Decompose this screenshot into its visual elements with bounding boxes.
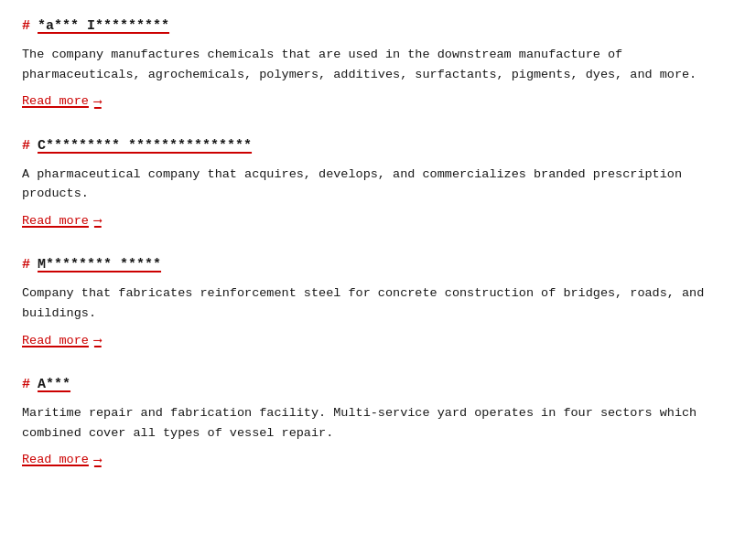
entry-1-read-more-label: Read more [22, 94, 89, 108]
entry-3: #M******** *****Company that fabricates … [22, 257, 734, 347]
entry-1-description: The company manufactures chemicals that … [22, 45, 734, 84]
entries-list: #*a*** I*********The company manufacture… [22, 18, 734, 467]
entry-4-hash: # [22, 377, 30, 392]
entry-2-description: A pharmaceutical company that acquires, … [22, 165, 734, 204]
entry-3-title: M******** ***** [38, 257, 161, 272]
entry-1-arrow-icon: ⟶ [94, 94, 102, 109]
entry-1: #*a*** I*********The company manufacture… [22, 18, 734, 109]
entry-1-heading: #*a*** I********* [22, 18, 734, 34]
entry-3-read-more-button[interactable]: Read more⟶ [22, 333, 102, 347]
entry-1-title: *a*** I********* [38, 18, 169, 34]
entry-2-hash: # [22, 138, 30, 154]
entry-4-read-more-button[interactable]: Read more⟶ [22, 453, 102, 467]
entry-4-title: A*** [38, 377, 70, 392]
entry-2-read-more-label: Read more [22, 214, 89, 228]
entry-2-heading: #C********* *************** [22, 138, 734, 154]
entry-4: #A***Maritime repair and fabrication fac… [22, 377, 734, 467]
entry-4-description: Maritime repair and fabrication facility… [22, 403, 734, 443]
entry-4-heading: #A*** [22, 377, 734, 392]
entry-2-title: C********* *************** [38, 138, 252, 154]
entry-4-read-more-label: Read more [22, 453, 89, 466]
entry-3-hash: # [22, 257, 30, 272]
entry-3-arrow-icon: ⟶ [94, 333, 102, 347]
entry-2-read-more-button[interactable]: Read more⟶ [22, 213, 102, 228]
entry-2: #C********* ***************A pharmaceuti… [22, 138, 734, 229]
entry-3-read-more-label: Read more [22, 334, 89, 347]
entry-3-heading: #M******** ***** [22, 257, 734, 272]
entry-1-hash: # [22, 18, 30, 34]
entry-4-arrow-icon: ⟶ [94, 453, 102, 467]
entry-1-read-more-button[interactable]: Read more⟶ [22, 94, 102, 109]
entry-3-description: Company that fabricates reinforcement st… [22, 283, 734, 323]
entry-2-arrow-icon: ⟶ [94, 213, 102, 228]
